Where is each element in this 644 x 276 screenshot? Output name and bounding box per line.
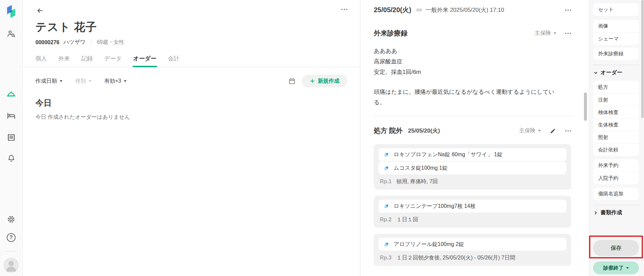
back-button[interactable] bbox=[35, 6, 44, 15]
medication-item[interactable]: ロキソプロフェンNa錠 60mg「サワイ」 1錠 bbox=[379, 148, 566, 161]
section-divider bbox=[374, 116, 571, 116]
medication-item[interactable]: ロキソニンテープ100mg7枚 14枚 bbox=[379, 200, 566, 213]
medication-name: ロキソニンテープ100mg7枚 14枚 bbox=[394, 203, 476, 210]
rp-usage: １日１回 bbox=[396, 217, 418, 222]
meta-divider bbox=[91, 39, 91, 46]
end-exam-button[interactable]: 診察終了 bbox=[593, 261, 639, 274]
record-paragraph: 頭痛はたまに。腰痛が最近気になるがなるべく運動するようにしている。 bbox=[374, 87, 556, 108]
rx-menu-button[interactable] bbox=[565, 128, 571, 134]
sidebar-order-injection[interactable]: 注射 bbox=[593, 93, 639, 106]
settings-gear-icon[interactable] bbox=[5, 213, 18, 226]
medication-name: アロプリノール錠100mg 2錠 bbox=[394, 241, 464, 248]
karte-menu-button[interactable] bbox=[565, 7, 571, 13]
save-button[interactable]: 保存 bbox=[593, 240, 639, 256]
karte-scrollbar-thumb[interactable] bbox=[584, 92, 587, 121]
capsule-icon bbox=[384, 242, 389, 247]
tab-data[interactable]: データ bbox=[104, 53, 122, 67]
medication-item[interactable]: アロプリノール錠100mg 2錠 bbox=[379, 238, 566, 251]
sidebar-outpatient-reservation[interactable]: 外来予約 bbox=[593, 159, 639, 172]
rx-section-header: 処方 院外 25/05/20(火) 主保険 bbox=[374, 126, 571, 135]
documents-section-header[interactable]: 書類作成 bbox=[593, 209, 640, 216]
sidebar-order-billing-request[interactable]: 会計依頼 bbox=[593, 143, 639, 156]
karte-date: 25/05/20(火) bbox=[374, 5, 411, 15]
sidebar-order-physiological-test[interactable]: 生体検査 bbox=[593, 118, 639, 131]
create-new-button[interactable]: 新規作成 bbox=[302, 75, 347, 87]
status-filter-label: 有効+3 bbox=[104, 78, 121, 85]
pencil-icon bbox=[550, 128, 556, 134]
sidebar-order-radiation[interactable]: 照射 bbox=[593, 131, 639, 143]
visit-link[interactable]: 一般外来 2025/05/20(火) 17:10 bbox=[425, 6, 504, 14]
rp-usage: １日２回朝夕食後, 25/05/20(火) - 05/26(月) 7日間 bbox=[396, 255, 515, 260]
rx-group-card[interactable]: アロプリノール錠100mg 2錠 Rp.3 １日２回朝夕食後, 25/05/20… bbox=[374, 234, 571, 266]
sidebar-admission-reservation[interactable]: 入院予約 bbox=[593, 172, 639, 184]
chevron-down-icon bbox=[554, 32, 556, 34]
orders-panel: テスト 花子 00000276 ハツザワ 69歳・女性 個人 外来 記録 データ… bbox=[23, 0, 360, 276]
app-logo[interactable] bbox=[5, 5, 18, 18]
receipt-icon[interactable] bbox=[5, 131, 18, 144]
record-line: 高尿酸血症 bbox=[374, 56, 571, 67]
inpatient-bed-icon[interactable] bbox=[5, 109, 18, 122]
insurance-label: 主保険 bbox=[535, 30, 551, 37]
kind-filter-label: 種類 bbox=[75, 78, 86, 85]
sidebar-set-button[interactable]: セット bbox=[593, 3, 639, 16]
sort-filter-label: 作成日順 bbox=[35, 78, 57, 85]
patient-id: 00000276 bbox=[35, 39, 59, 46]
order-sidebar: セット 画像 シェーマ 外来診療録 オーダー 処方 注射 検体検査 生体検査 照… bbox=[589, 0, 644, 276]
sidebar-reservation-group: 外来予約 入院予約 bbox=[593, 159, 639, 184]
help-icon[interactable]: ? bbox=[5, 231, 18, 244]
order-section-header[interactable]: オーダー bbox=[593, 69, 640, 76]
tab-accounting[interactable]: 会計 bbox=[168, 53, 179, 67]
record-line: ああああ bbox=[374, 46, 571, 56]
chevron-down-icon bbox=[60, 80, 62, 82]
notifications-bell-icon[interactable] bbox=[5, 152, 18, 165]
sidebar-divider bbox=[593, 205, 640, 205]
patient-tabs: 個人 外来 記録 データ オーダー 会計 bbox=[23, 53, 360, 67]
record-section-header: 外来診療録 主保険 bbox=[374, 29, 571, 38]
sidebar-order-group: 処方 注射 検体検査 生体検査 照射 会計依頼 bbox=[593, 81, 639, 156]
sidebar-schema-button[interactable]: シェーマ bbox=[593, 32, 639, 45]
record-text: ああああ 高尿酸血症 安定。採血1回/6m bbox=[374, 46, 571, 77]
tab-outpatient[interactable]: 外来 bbox=[58, 53, 70, 67]
patient-menu-button[interactable] bbox=[341, 7, 347, 12]
medication-item[interactable]: ムコスタ錠100mg 1錠 bbox=[379, 162, 566, 174]
insurance-label: 主保険 bbox=[519, 127, 535, 134]
today-empty-message: 今日 作成されたオーダーはありません bbox=[35, 114, 347, 121]
rx-group-card[interactable]: ロキソプロフェンNa錠 60mg「サワイ」 1錠 ムコスタ錠100mg 1錠 R… bbox=[374, 144, 571, 190]
rx-insurance-dropdown[interactable]: 主保険 bbox=[519, 127, 541, 134]
record-title: 外来診療録 bbox=[374, 29, 408, 38]
status-filter-dropdown[interactable]: 有効+3 bbox=[104, 78, 127, 85]
tab-personal[interactable]: 個人 bbox=[35, 53, 47, 67]
kind-filter-dropdown[interactable]: 種類 bbox=[75, 78, 91, 85]
record-menu-button[interactable] bbox=[565, 31, 571, 36]
chevron-down-icon bbox=[594, 71, 598, 75]
sidebar-order-specimen-test[interactable]: 検体検査 bbox=[593, 106, 639, 118]
sidebar-karte-button[interactable]: 外来診療録 bbox=[593, 48, 639, 60]
left-nav-divider bbox=[5, 251, 17, 251]
sidebar-order-prescription[interactable]: 処方 bbox=[593, 81, 639, 93]
page-scrollbar-thumb[interactable] bbox=[641, 0, 644, 118]
rp-number: Rp.3 bbox=[380, 255, 392, 260]
sort-filter-dropdown[interactable]: 作成日順 bbox=[35, 78, 62, 85]
tab-orders[interactable]: オーダー bbox=[133, 53, 157, 67]
sidebar-add-disease-button[interactable]: 傷病名追加 bbox=[593, 188, 639, 200]
capsule-icon bbox=[384, 152, 389, 158]
link-icon bbox=[416, 7, 422, 13]
patient-meta: 00000276 ハツザワ 69歳・女性 bbox=[35, 39, 347, 46]
patient-search-icon[interactable] bbox=[5, 27, 18, 40]
patient-age-sex: 69歳・女性 bbox=[97, 39, 124, 46]
user-avatar[interactable] bbox=[3, 257, 19, 273]
record-insurance-dropdown[interactable]: 主保険 bbox=[535, 30, 556, 37]
outpatient-cloche-icon[interactable] bbox=[5, 88, 18, 101]
sidebar-divider bbox=[593, 65, 640, 65]
patient-name: テスト 花子 bbox=[35, 20, 347, 35]
rp-number: Rp.1 bbox=[380, 178, 392, 184]
capsule-icon bbox=[384, 165, 389, 171]
end-exam-label: 診察終了 bbox=[604, 265, 624, 271]
calendar-button[interactable] bbox=[287, 77, 296, 85]
sidebar-image-button[interactable]: 画像 bbox=[593, 20, 639, 32]
tab-records[interactable]: 記録 bbox=[81, 53, 93, 67]
chevron-down-icon bbox=[538, 130, 541, 132]
rx-edit-button[interactable] bbox=[550, 128, 556, 134]
rx-group-card[interactable]: ロキソニンテープ100mg7枚 14枚 Rp.2 １日１回 bbox=[374, 196, 571, 228]
create-new-label: 新規作成 bbox=[318, 78, 339, 85]
